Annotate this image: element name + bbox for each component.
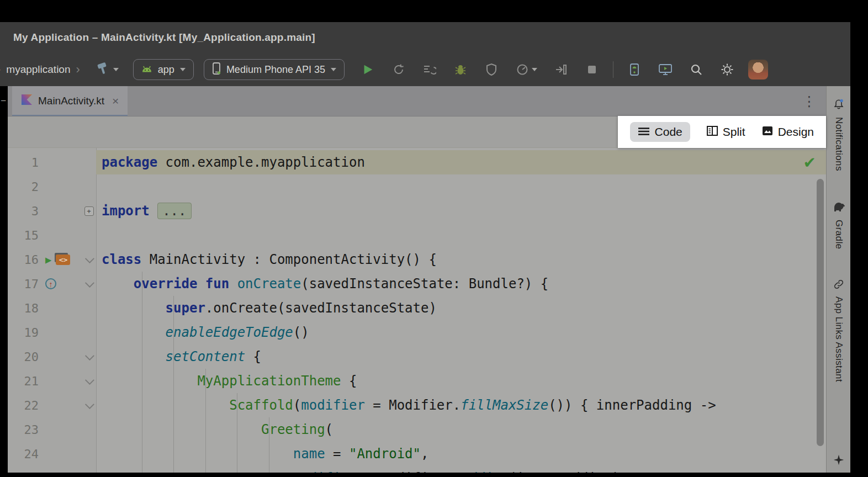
line-number[interactable]: 3 [8,204,39,218]
mode-design-button[interactable]: Design [762,125,814,139]
project-breadcrumb[interactable]: myapplication [6,63,70,76]
line-number[interactable]: 15 [8,229,39,242]
right-toolwindow-stripe: Notifications Gradle [826,86,850,473]
user-avatar[interactable] [748,60,768,80]
code-line-text[interactable]: name = "Android", [96,442,826,466]
gutter-cell: 24 [8,442,96,466]
editor-scrollbar[interactable] [817,179,824,446]
mode-code-button[interactable]: Code [630,122,690,142]
code-lines: 1package com.example.myapplication23+imp… [8,150,826,473]
fold-marker-icon[interactable] [85,351,94,361]
code-line-text[interactable]: enableEdgeToEdge() [96,320,826,344]
code-line: 23 Greeting( [8,417,826,442]
toolbar-divider [613,61,613,78]
gutter-cell: 3+ [8,199,96,223]
code-line-text[interactable]: Scaffold(modifier = Modifier.fillMaxSize… [96,393,826,417]
mode-split-button[interactable]: Split [707,125,745,139]
code-line: 21 MyApplicationTheme { [8,369,826,393]
code-line-text[interactable]: modifier = Modifier.padding(innerPadding… [96,466,826,473]
compose-class-gutter-icon[interactable]: <> [56,255,70,265]
fold-marker-icon[interactable] [85,375,94,385]
run-button[interactable] [354,59,381,81]
apply-code-changes-button[interactable] [416,59,443,81]
code-line-text[interactable]: class MainActivity : ComponentActivity()… [96,247,826,272]
gutter-cell: 15 [8,223,96,247]
profiler-button[interactable] [509,59,543,81]
apply-changes-button[interactable] [385,59,412,81]
toolwindow-gradle[interactable]: Gradle [832,201,845,249]
code-line-text[interactable]: Greeting( [96,417,826,442]
fold-marker-icon[interactable] [85,254,94,263]
gradle-sync-button[interactable] [92,62,122,78]
line-number[interactable]: 2 [8,180,39,194]
settings-button[interactable] [714,59,740,81]
fold-marker-icon[interactable] [85,400,94,409]
device-select[interactable]: Medium Phone API 35 [204,59,345,80]
chevron-down-icon [532,68,537,71]
code-line-text[interactable]: import ... [96,199,826,223]
attach-debugger-button[interactable] [548,59,574,81]
gear-icon [721,63,734,76]
running-devices-button[interactable] [652,59,679,81]
debug-button[interactable] [447,59,474,81]
window-title: My Application – MainActivity.kt [My_App… [13,31,315,44]
line-number[interactable]: 20 [8,350,39,364]
code-line: 1package com.example.myapplication [8,150,826,174]
tab-label: MainActivity.kt [38,95,104,107]
line-number[interactable]: 21 [8,374,39,388]
line-number[interactable]: 23 [8,423,39,437]
device-phone-icon [212,62,221,78]
stop-button[interactable] [579,59,605,81]
window-titlebar[interactable]: My Application – MainActivity.kt [My_App… [0,22,850,53]
code-line-text[interactable]: setContent { [96,344,826,369]
editor-mode-switcher: Code Split [618,116,826,148]
line-number[interactable]: 16 [8,253,39,267]
run-gutter-icon[interactable]: ▶ [45,255,51,265]
line-number[interactable]: 1 [8,156,39,169]
device-manager-button[interactable] [621,59,648,81]
fold-expand-icon[interactable]: + [84,206,94,216]
gutter-cell: 19 [8,320,96,344]
line-number[interactable]: 24 [8,447,39,461]
chevron-down-icon [180,68,186,71]
code-line-text[interactable]: package com.example.myapplication [96,150,826,174]
code-line: 24 name = "Android", [8,442,826,466]
code-line-text[interactable]: super.onCreate(savedInstanceState) [96,296,826,320]
profile-app-button[interactable] [478,59,505,81]
toolwindow-notifications[interactable]: Notifications [833,98,845,171]
breadcrumb-expand-chevron-icon: › [76,63,80,76]
inspection-check-icon[interactable]: ✔ [803,153,816,172]
code-line: 15 [8,223,826,247]
gutter-cell: 23 [8,417,96,442]
code-line: 20 setContent { [8,344,826,369]
debug-bug-icon [454,63,467,76]
tab-mainactivity[interactable]: MainActivity.kt × [12,86,128,116]
line-number[interactable]: 25 [8,471,39,473]
fold-marker-icon[interactable] [85,278,94,288]
line-number[interactable]: 19 [8,326,39,340]
apply-changes-icon [392,63,405,76]
running-devices-icon [658,63,673,76]
toolwindow-app-links-assistant[interactable]: App Links Assistant [833,279,844,382]
toolwindow-label: Notifications [833,117,844,171]
run-configuration-select[interactable]: app [133,59,194,80]
line-number[interactable]: 18 [8,301,39,315]
code-lines-icon [638,125,650,139]
line-number[interactable]: 17 [8,277,39,291]
link-icon [833,279,844,292]
ai-assistant-button[interactable] [833,454,845,468]
code-editor[interactable]: 1package com.example.myapplication23+imp… [8,148,826,473]
gutter-cell: 18 [8,296,96,320]
sparkle-icon [833,454,845,466]
code-line-text[interactable]: override fun onCreate(savedInstanceState… [96,272,826,296]
run-configuration-label: app [158,64,174,76]
search-everywhere-button[interactable] [683,59,710,81]
code-line: 22 Scaffold(modifier = Modifier.fillMaxS… [8,393,826,417]
bell-icon [833,98,845,113]
tab-options-kebab-icon[interactable]: ⋮ [802,94,816,108]
override-method-gutter-icon[interactable]: ↑ [45,278,56,289]
line-number[interactable]: 22 [8,399,39,412]
close-icon[interactable]: × [112,94,119,108]
gutter-cell: 21 [8,369,96,393]
code-line-text[interactable]: MyApplicationTheme { [96,369,826,393]
